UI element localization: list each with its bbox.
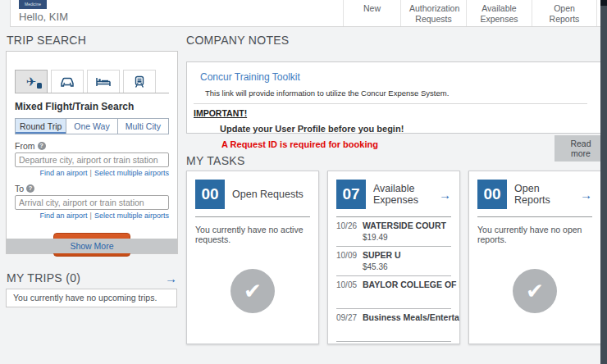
- from-label-text: From: [15, 141, 35, 151]
- open-requests-label: Open Requests: [232, 189, 304, 200]
- expense-date: 09/27: [336, 313, 358, 322]
- available-expenses-card: 07 Available Expenses → 10/26 WATERSIDE …: [327, 171, 460, 344]
- nav-item-open-reports[interactable]: Open Reports: [532, 0, 597, 26]
- to-label-text: To: [15, 184, 24, 193]
- train-icon: [133, 75, 146, 89]
- open-requests-empty-message: You currently have no active requests.: [195, 225, 310, 244]
- to-input[interactable]: [15, 195, 169, 210]
- travel-mode-tabs: ✈: [15, 70, 169, 93]
- available-expenses-label: Available Expenses: [373, 183, 431, 206]
- check-circle-icon: ✔: [513, 269, 557, 313]
- trip-type-round-trip[interactable]: Round Trip: [16, 119, 66, 134]
- profile-note: Update your User Profile before you begi…: [220, 124, 587, 134]
- company-notes-title: COMPANY NOTES: [186, 34, 290, 47]
- nav-item-authorization-requests[interactable]: Authorization Requests: [400, 0, 466, 26]
- bed-icon: [95, 75, 112, 89]
- from-help-icon[interactable]: ?: [38, 142, 46, 150]
- search-type-heading: Mixed Flight/Train Search: [15, 101, 169, 112]
- expense-name: Business Meals/Entertainme...: [363, 312, 460, 322]
- expense-name: SUPER U: [363, 250, 401, 260]
- expense-name: BAYLOR COLLEGE OF MED...: [363, 280, 460, 289]
- from-label: From ?: [15, 141, 169, 151]
- my-trips-empty-message: You currently have no upcoming trips.: [6, 289, 177, 307]
- expense-row[interactable]: 10/09 SUPER U $45.36: [336, 246, 451, 275]
- my-trips-title: MY TRIPS (0): [7, 271, 80, 284]
- open-reports-empty-message: You currently have no open reports.: [477, 225, 592, 244]
- expense-amount: $19.49: [363, 233, 451, 243]
- link-separator: |: [90, 169, 92, 177]
- important-label: IMPORTANT!: [194, 108, 587, 118]
- expense-row[interactable]: 10/26 WATERSIDE COURT $19.49: [336, 217, 451, 246]
- card-divider: [477, 216, 592, 217]
- available-expenses-header: 07 Available Expenses →: [336, 180, 451, 209]
- nav-item-available-expenses[interactable]: Available Expenses: [466, 0, 532, 26]
- available-expenses-arrow-icon[interactable]: →: [439, 189, 451, 201]
- trip-search-panel: ✈: [6, 51, 178, 254]
- to-label: To ?: [15, 184, 169, 193]
- open-reports-header: 00 Open Reports →: [477, 180, 592, 209]
- concur-dashboard: Medicine Hello, KIM New Authorization Re…: [0, 0, 607, 364]
- find-airport-link[interactable]: Find an airport: [40, 169, 88, 177]
- expense-row[interactable]: 09/27 Business Meals/Entertainme...: [336, 308, 451, 341]
- notes-divider: [194, 103, 587, 104]
- expense-name: WATERSIDE COURT: [363, 221, 446, 230]
- nav-item-new[interactable]: New: [343, 0, 400, 26]
- open-requests-card: 00 Open Requests You currently have no a…: [186, 171, 319, 344]
- expense-row[interactable]: 10/05 BAYLOR COLLEGE OF MED...: [336, 275, 451, 308]
- select-multiple-airports-link[interactable]: Select multiple airports: [94, 169, 169, 177]
- open-requests-count: 00: [195, 180, 225, 209]
- trip-type-one-way[interactable]: One Way: [66, 119, 116, 134]
- open-reports-label: Open Reports: [514, 183, 573, 206]
- card-divider: [195, 216, 310, 217]
- to-help-icon[interactable]: ?: [26, 184, 34, 193]
- page-scrollbar[interactable]: [600, 0, 607, 364]
- link-separator: |: [90, 212, 92, 220]
- from-links: Find an airport|Select multiple airports: [15, 169, 169, 177]
- tab-hotel[interactable]: [87, 70, 120, 93]
- show-more-link[interactable]: Show More: [7, 239, 177, 253]
- company-logo[interactable]: Medicine: [19, 0, 47, 9]
- expense-amount: [363, 325, 451, 339]
- trip-search-title: TRIP SEARCH: [7, 34, 86, 47]
- request-id-note: A Request ID is required for booking: [221, 139, 587, 149]
- trip-type-selector: Round Trip One Way Multi City: [15, 118, 169, 134]
- car-icon: [59, 75, 75, 89]
- header-nav: New Authorization Requests Available Exp…: [343, 0, 597, 26]
- open-reports-card: 00 Open Reports → You currently have no …: [468, 171, 601, 344]
- to-links: Find an airport|Select multiple airports: [15, 212, 169, 220]
- toolkit-description: This link will provide information to ut…: [205, 89, 587, 98]
- available-expenses-count: 07: [336, 180, 366, 209]
- from-input[interactable]: [15, 152, 169, 167]
- find-airport-link[interactable]: Find an airport: [40, 212, 88, 220]
- expense-amount: $45.36: [363, 262, 451, 273]
- airplane-icon: ✈: [26, 75, 37, 88]
- open-reports-count: 00: [477, 180, 507, 209]
- user-greeting: Hello, KIM: [19, 11, 68, 23]
- company-notes-panel: Concur Training Toolkit This link will p…: [186, 61, 601, 134]
- expense-date: 10/26: [336, 221, 358, 230]
- my-trips-header: MY TRIPS (0) →: [7, 271, 177, 284]
- concur-training-toolkit-link[interactable]: Concur Training Toolkit: [200, 71, 587, 83]
- open-reports-arrow-icon[interactable]: →: [580, 189, 592, 201]
- trip-type-multi-city[interactable]: Multi City: [117, 119, 168, 134]
- expense-row[interactable]: 09/11 Business Meals/Entertainment $5.61: [336, 341, 451, 344]
- expense-date: 10/05: [336, 280, 358, 289]
- expense-date: 10/09: [336, 251, 358, 260]
- task-cards: 00 Open Requests You currently have no a…: [186, 171, 601, 344]
- my-tasks-title: MY TASKS: [186, 154, 245, 167]
- read-more-button[interactable]: Read more: [555, 135, 607, 162]
- mini-train-icon: [37, 83, 42, 89]
- scrollbar-thumb[interactable]: [600, 0, 607, 6]
- tab-train[interactable]: [123, 70, 156, 93]
- select-multiple-airports-link[interactable]: Select multiple airports: [94, 212, 169, 220]
- my-trips-arrow-icon[interactable]: →: [165, 272, 177, 284]
- check-circle-icon: ✔: [230, 269, 275, 313]
- tab-car[interactable]: [51, 70, 84, 93]
- top-header: Medicine Hello, KIM New Authorization Re…: [10, 0, 600, 27]
- expense-amount: [363, 292, 451, 306]
- tab-mixed-flight-train[interactable]: ✈: [15, 70, 48, 93]
- open-requests-header: 00 Open Requests: [195, 180, 310, 209]
